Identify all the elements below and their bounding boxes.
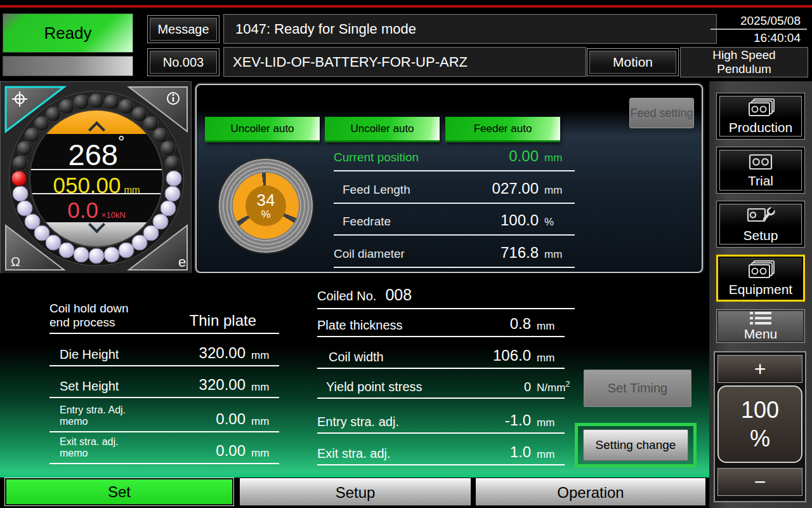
angle-bead — [166, 171, 182, 187]
parameters-section: Coil hold down end process Thin plate Di… — [0, 273, 709, 478]
row-value: 1.0 — [510, 443, 531, 461]
row-unit-text: N/mm — [537, 382, 565, 394]
press-load-unit: ×10kN — [102, 210, 126, 220]
row-label2: memo — [60, 416, 126, 427]
current-position-row: Current position 0.00 mm — [334, 147, 575, 171]
feeder-auto-button[interactable]: Feeder auto — [445, 117, 560, 142]
tab-set[interactable]: Set — [5, 478, 233, 505]
press-load-value: 0.0 — [67, 197, 98, 222]
exit-straightener-memo-row: Exit stra. adj. memo 0.00 mm — [49, 436, 279, 464]
crank-angle-value: 268 — [69, 138, 118, 171]
crank-dial-face: 268° 050.00mm 0.0×10kN — [29, 109, 164, 248]
row-unit: mm — [531, 352, 565, 364]
set-timing-button[interactable]: Set Timing — [584, 370, 691, 407]
sidebar-item-equipment[interactable]: Equipment — [716, 255, 805, 302]
coil-remaining-gauge: 34 % — [218, 157, 314, 254]
tab-setup-label: Setup — [336, 484, 376, 502]
card-wrench-icon — [745, 205, 776, 227]
status-lamp-label: Ready — [44, 23, 91, 43]
top-alert-line — [0, 5, 812, 8]
tab-operation[interactable]: Operation — [476, 478, 705, 505]
uncoiler-auto-button-2[interactable]: Uncoiler auto — [325, 117, 440, 142]
row-value: 0.8 — [510, 315, 531, 333]
setting-change-highlight-frame: Setting change — [575, 423, 697, 467]
row-unit: mm — [246, 447, 279, 460]
angle-bead — [103, 246, 119, 262]
row-unit: mm — [531, 320, 565, 333]
feed-length-row: Feed Length 027.00 mm — [334, 180, 575, 204]
motion-mode-line2: Pendulum — [717, 62, 771, 76]
set-timing-label: Set Timing — [608, 381, 667, 396]
uncoiler-auto-label-2: Uncoiler auto — [350, 123, 414, 135]
angle-bead — [74, 95, 89, 110]
setting-change-label: Setting change — [596, 438, 676, 452]
sidebar-item-trial[interactable]: Trial — [716, 147, 805, 194]
crank-dial-panel: Ω e 268° 050.00mm 0.0×10kN — [0, 81, 192, 274]
row-label: Yield point stress — [317, 380, 422, 394]
program-name-text: XEV-LID-OF-BATTERY-FOR-UP-ARZ — [233, 54, 468, 70]
minus-icon: − — [754, 471, 766, 494]
row-label: Feed Length — [334, 183, 410, 197]
coil-hold-down-row: Coil hold down end process Thin plate — [49, 302, 279, 334]
row-unit: N/mm2 — [531, 379, 565, 394]
row-unit-sup: 2 — [565, 379, 570, 389]
angle-bead — [59, 242, 75, 258]
row-unit: mm — [246, 381, 279, 394]
uncoiler-auto-label-1: Uncoiler auto — [230, 123, 294, 135]
setting-change-button[interactable]: Setting change — [583, 429, 688, 461]
program-number-button[interactable]: No.003 — [147, 48, 219, 76]
sidebar-item-label: Setup — [743, 228, 778, 243]
yield-point-stress-row: Yield point stress 0 N/mm2 — [317, 379, 565, 399]
row-value: 716.8 — [501, 244, 539, 262]
bottom-tab-bar: Set Setup Operation — [0, 478, 709, 508]
speed-value: 100 — [741, 396, 779, 424]
tab-setup[interactable]: Setup — [240, 478, 471, 505]
speed-override-control: + 100 % − — [714, 351, 806, 502]
sidebar-item-menu[interactable]: Menu — [716, 309, 805, 343]
row-unit: mm — [246, 415, 279, 428]
row-unit: mm — [246, 349, 279, 362]
uncoiler-auto-button-1[interactable]: Uncoiler auto — [205, 117, 320, 142]
set-height-row: Set Height 320.00 mm — [49, 376, 279, 398]
crank-angle-readout: 268° — [30, 132, 162, 172]
current-angle-bead — [11, 171, 27, 187]
sidebar-item-production[interactable]: Production — [716, 93, 805, 140]
time-text: 16:40:04 — [704, 30, 807, 46]
row-value: 0 — [524, 380, 531, 394]
motion-mode-display: High Speed Pendulum — [680, 47, 808, 77]
row-label: Current position — [334, 150, 419, 164]
message-button[interactable]: Message — [147, 15, 219, 43]
feedrate-row: Feedrate 100.0 % — [334, 211, 575, 236]
feeder-auto-label: Feeder auto — [474, 123, 532, 135]
angle-bead — [103, 95, 119, 110]
coiled-no-row: Coiled No. 008 — [317, 286, 575, 309]
plate-thickness-row: Plate thickness 0.8 mm — [317, 315, 565, 337]
row-label2: end process — [49, 316, 129, 330]
row-label: Coil hold down — [49, 302, 129, 316]
tab-operation-label: Operation — [557, 484, 624, 502]
row-value: 0.00 — [509, 147, 539, 165]
coil-remaining-unit: % — [261, 209, 270, 220]
row-value: 320.00 — [199, 376, 246, 394]
row-label: Feedrate — [334, 215, 391, 229]
motion-button[interactable]: Motion — [587, 48, 679, 76]
angle-bead — [89, 248, 105, 264]
row-label: Exit stra. adj. — [60, 436, 118, 448]
sidebar-item-setup[interactable]: Setup — [716, 201, 805, 248]
sidebar-item-label: Trial — [748, 173, 773, 189]
angle-bead — [89, 93, 105, 109]
program-number-label: No.003 — [163, 55, 204, 70]
row-unit: mm — [531, 448, 565, 461]
feed-setting-button[interactable]: Feed setting — [629, 98, 694, 128]
speed-plus-button[interactable]: + — [717, 355, 802, 383]
row-unit: mm — [539, 248, 575, 261]
coil-remaining-readout: 34 % — [246, 185, 286, 226]
crank-angle-unit: ° — [118, 132, 124, 151]
feed-panel: Uncoiler auto Uncoiler auto Feeder auto … — [195, 84, 703, 273]
entry-straightener-adj-row: Entry stra. adj. -1.0 mm — [317, 411, 565, 434]
row-value: 106.0 — [493, 347, 531, 364]
row-value: 0.00 — [216, 410, 246, 428]
speed-minus-button[interactable]: − — [717, 468, 802, 496]
right-sidebar: Production Trial Setup — [709, 81, 812, 508]
sidebar-item-label: Equipment — [729, 282, 792, 297]
